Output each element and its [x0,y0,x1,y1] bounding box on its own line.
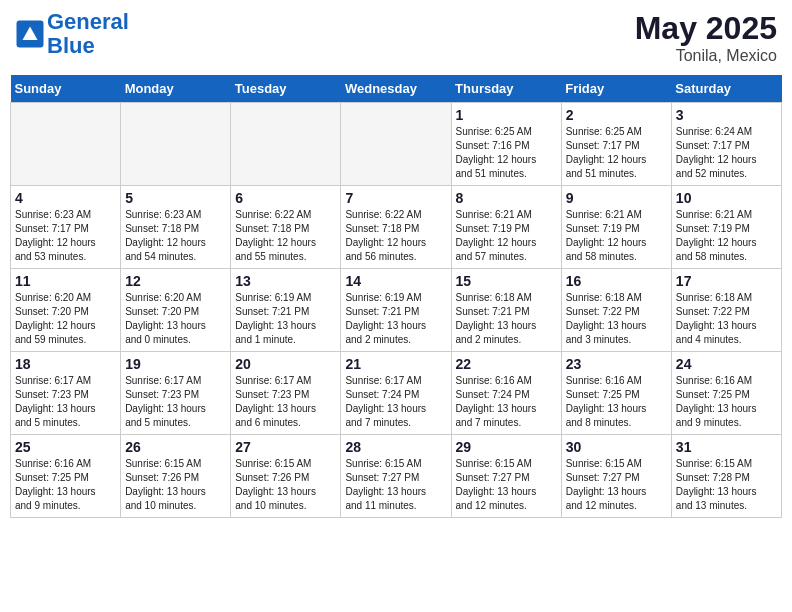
day-info: Sunrise: 6:15 AM Sunset: 7:27 PM Dayligh… [566,457,667,513]
logo-text: General Blue [47,10,129,58]
page-header: General Blue May 2025 Tonila, Mexico [10,10,782,65]
calendar-cell [121,103,231,186]
calendar-cell [341,103,451,186]
day-number: 5 [125,190,226,206]
calendar-cell: 8Sunrise: 6:21 AM Sunset: 7:19 PM Daylig… [451,186,561,269]
day-number: 10 [676,190,777,206]
calendar-cell: 10Sunrise: 6:21 AM Sunset: 7:19 PM Dayli… [671,186,781,269]
calendar-cell: 24Sunrise: 6:16 AM Sunset: 7:25 PM Dayli… [671,352,781,435]
calendar-cell: 6Sunrise: 6:22 AM Sunset: 7:18 PM Daylig… [231,186,341,269]
day-number: 19 [125,356,226,372]
calendar-week-5: 25Sunrise: 6:16 AM Sunset: 7:25 PM Dayli… [11,435,782,518]
day-info: Sunrise: 6:18 AM Sunset: 7:22 PM Dayligh… [676,291,777,347]
day-number: 28 [345,439,446,455]
day-info: Sunrise: 6:19 AM Sunset: 7:21 PM Dayligh… [345,291,446,347]
calendar-cell: 28Sunrise: 6:15 AM Sunset: 7:27 PM Dayli… [341,435,451,518]
day-number: 17 [676,273,777,289]
day-info: Sunrise: 6:18 AM Sunset: 7:22 PM Dayligh… [566,291,667,347]
day-number: 23 [566,356,667,372]
day-number: 30 [566,439,667,455]
calendar-table: SundayMondayTuesdayWednesdayThursdayFrid… [10,75,782,518]
day-number: 25 [15,439,116,455]
calendar-week-1: 1Sunrise: 6:25 AM Sunset: 7:16 PM Daylig… [11,103,782,186]
calendar-cell: 22Sunrise: 6:16 AM Sunset: 7:24 PM Dayli… [451,352,561,435]
day-info: Sunrise: 6:15 AM Sunset: 7:27 PM Dayligh… [345,457,446,513]
calendar-cell [231,103,341,186]
day-info: Sunrise: 6:15 AM Sunset: 7:26 PM Dayligh… [125,457,226,513]
calendar-cell: 18Sunrise: 6:17 AM Sunset: 7:23 PM Dayli… [11,352,121,435]
calendar-week-3: 11Sunrise: 6:20 AM Sunset: 7:20 PM Dayli… [11,269,782,352]
day-info: Sunrise: 6:25 AM Sunset: 7:16 PM Dayligh… [456,125,557,181]
calendar-cell: 2Sunrise: 6:25 AM Sunset: 7:17 PM Daylig… [561,103,671,186]
day-info: Sunrise: 6:17 AM Sunset: 7:23 PM Dayligh… [15,374,116,430]
day-number: 29 [456,439,557,455]
calendar-cell: 17Sunrise: 6:18 AM Sunset: 7:22 PM Dayli… [671,269,781,352]
day-info: Sunrise: 6:17 AM Sunset: 7:24 PM Dayligh… [345,374,446,430]
day-info: Sunrise: 6:17 AM Sunset: 7:23 PM Dayligh… [235,374,336,430]
day-number: 27 [235,439,336,455]
weekday-header-monday: Monday [121,75,231,103]
day-info: Sunrise: 6:23 AM Sunset: 7:18 PM Dayligh… [125,208,226,264]
day-number: 31 [676,439,777,455]
weekday-header-sunday: Sunday [11,75,121,103]
day-number: 7 [345,190,446,206]
day-info: Sunrise: 6:15 AM Sunset: 7:28 PM Dayligh… [676,457,777,513]
calendar-cell: 5Sunrise: 6:23 AM Sunset: 7:18 PM Daylig… [121,186,231,269]
weekday-header-friday: Friday [561,75,671,103]
day-info: Sunrise: 6:22 AM Sunset: 7:18 PM Dayligh… [235,208,336,264]
day-number: 9 [566,190,667,206]
calendar-cell: 27Sunrise: 6:15 AM Sunset: 7:26 PM Dayli… [231,435,341,518]
day-number: 14 [345,273,446,289]
day-info: Sunrise: 6:25 AM Sunset: 7:17 PM Dayligh… [566,125,667,181]
day-info: Sunrise: 6:16 AM Sunset: 7:25 PM Dayligh… [566,374,667,430]
weekday-header-thursday: Thursday [451,75,561,103]
day-number: 24 [676,356,777,372]
day-number: 22 [456,356,557,372]
logo: General Blue [15,10,129,58]
calendar-cell: 25Sunrise: 6:16 AM Sunset: 7:25 PM Dayli… [11,435,121,518]
day-info: Sunrise: 6:24 AM Sunset: 7:17 PM Dayligh… [676,125,777,181]
calendar-cell: 26Sunrise: 6:15 AM Sunset: 7:26 PM Dayli… [121,435,231,518]
day-info: Sunrise: 6:16 AM Sunset: 7:25 PM Dayligh… [15,457,116,513]
day-number: 20 [235,356,336,372]
day-info: Sunrise: 6:19 AM Sunset: 7:21 PM Dayligh… [235,291,336,347]
location: Tonila, Mexico [635,47,777,65]
day-info: Sunrise: 6:20 AM Sunset: 7:20 PM Dayligh… [15,291,116,347]
calendar-cell: 4Sunrise: 6:23 AM Sunset: 7:17 PM Daylig… [11,186,121,269]
calendar-cell: 21Sunrise: 6:17 AM Sunset: 7:24 PM Dayli… [341,352,451,435]
calendar-cell: 7Sunrise: 6:22 AM Sunset: 7:18 PM Daylig… [341,186,451,269]
month-year: May 2025 [635,10,777,47]
day-info: Sunrise: 6:16 AM Sunset: 7:25 PM Dayligh… [676,374,777,430]
day-number: 1 [456,107,557,123]
calendar-cell: 31Sunrise: 6:15 AM Sunset: 7:28 PM Dayli… [671,435,781,518]
calendar-cell: 12Sunrise: 6:20 AM Sunset: 7:20 PM Dayli… [121,269,231,352]
day-info: Sunrise: 6:18 AM Sunset: 7:21 PM Dayligh… [456,291,557,347]
calendar-week-4: 18Sunrise: 6:17 AM Sunset: 7:23 PM Dayli… [11,352,782,435]
calendar-cell: 14Sunrise: 6:19 AM Sunset: 7:21 PM Dayli… [341,269,451,352]
calendar-cell: 29Sunrise: 6:15 AM Sunset: 7:27 PM Dayli… [451,435,561,518]
day-number: 4 [15,190,116,206]
calendar-cell: 9Sunrise: 6:21 AM Sunset: 7:19 PM Daylig… [561,186,671,269]
day-number: 18 [15,356,116,372]
day-number: 16 [566,273,667,289]
day-number: 2 [566,107,667,123]
day-info: Sunrise: 6:21 AM Sunset: 7:19 PM Dayligh… [456,208,557,264]
day-number: 8 [456,190,557,206]
calendar-cell: 11Sunrise: 6:20 AM Sunset: 7:20 PM Dayli… [11,269,121,352]
calendar-cell: 1Sunrise: 6:25 AM Sunset: 7:16 PM Daylig… [451,103,561,186]
calendar-cell: 3Sunrise: 6:24 AM Sunset: 7:17 PM Daylig… [671,103,781,186]
day-number: 21 [345,356,446,372]
weekday-header-saturday: Saturday [671,75,781,103]
day-number: 26 [125,439,226,455]
title-block: May 2025 Tonila, Mexico [635,10,777,65]
calendar-cell: 16Sunrise: 6:18 AM Sunset: 7:22 PM Dayli… [561,269,671,352]
day-info: Sunrise: 6:15 AM Sunset: 7:27 PM Dayligh… [456,457,557,513]
day-number: 12 [125,273,226,289]
day-number: 15 [456,273,557,289]
weekday-header-wednesday: Wednesday [341,75,451,103]
weekday-header-tuesday: Tuesday [231,75,341,103]
day-info: Sunrise: 6:17 AM Sunset: 7:23 PM Dayligh… [125,374,226,430]
day-info: Sunrise: 6:20 AM Sunset: 7:20 PM Dayligh… [125,291,226,347]
logo-icon [15,19,45,49]
day-info: Sunrise: 6:15 AM Sunset: 7:26 PM Dayligh… [235,457,336,513]
